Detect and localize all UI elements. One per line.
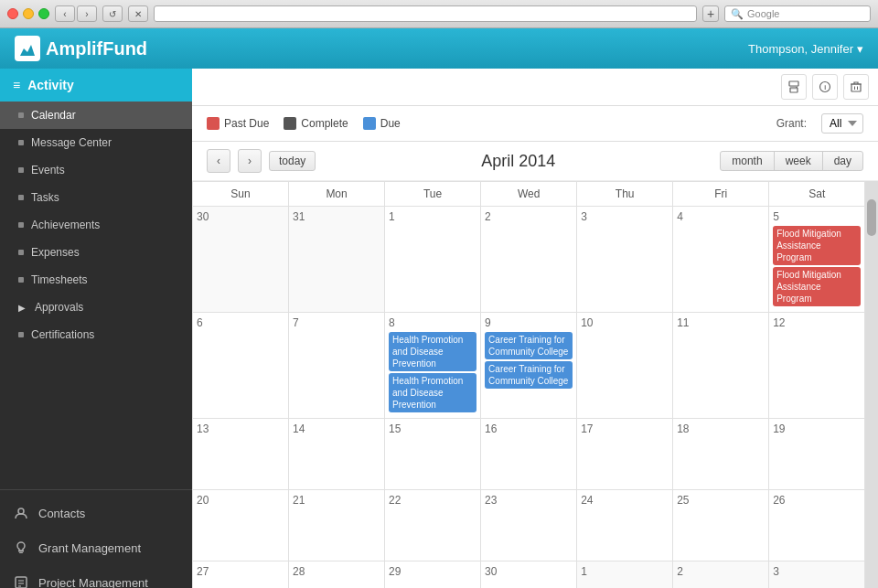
scrollbar[interactable] (865, 181, 878, 588)
item-dot (18, 140, 24, 145)
minimize-button[interactable] (23, 8, 34, 19)
sidebar-item-contacts[interactable]: Contacts (0, 496, 192, 530)
browser-chrome: ‹ › ↺ ✕ + 🔍 Google (0, 0, 878, 28)
sidebar-item-message-center[interactable]: Message Center (0, 129, 192, 156)
cal-cell[interactable]: 7 (289, 313, 385, 419)
cal-cell[interactable]: 1 (577, 561, 673, 589)
new-tab-button[interactable]: + (702, 5, 719, 22)
today-button[interactable]: today (269, 151, 316, 171)
sidebar-item-approvals[interactable]: ▶ Approvals (0, 294, 192, 321)
sidebar-item-certifications[interactable]: Certifications (0, 321, 192, 348)
calendar-event[interactable]: Flood Mitigation Assistance Program (773, 226, 861, 265)
scrollbar-thumb[interactable] (867, 199, 876, 236)
day-header-sun: Sun (193, 182, 289, 207)
cal-cell[interactable]: 25 (673, 490, 769, 561)
cal-cell[interactable]: 11 (673, 313, 769, 419)
cal-cell[interactable]: 31 (289, 207, 385, 313)
sidebar-item-timesheets[interactable]: Timesheets (0, 266, 192, 294)
cal-cell[interactable]: 9 Career Training for Community College … (481, 313, 577, 419)
sidebar-header-label: Activity (27, 78, 74, 92)
grant-label: Grant: (776, 117, 807, 130)
print-button[interactable] (781, 74, 807, 100)
sidebar-item-label: Expenses (31, 246, 80, 259)
calendar-nav: ‹ › today April 2014 month week day (192, 142, 878, 181)
cal-cell[interactable]: 23 (481, 490, 577, 561)
cal-cell[interactable]: 3 (577, 207, 673, 313)
address-bar[interactable] (154, 5, 697, 22)
sidebar-item-achievements[interactable]: Achievements (0, 211, 192, 239)
calendar-event[interactable]: Health Promotion and Disease Prevention (389, 373, 476, 412)
day-view-button[interactable]: day (822, 151, 863, 171)
cal-cell[interactable]: 21 (289, 490, 385, 561)
date-number: 27 (197, 565, 284, 578)
next-month-button[interactable]: › (238, 149, 262, 173)
cal-cell[interactable]: 26 (769, 490, 865, 561)
cal-cell[interactable]: 29 (385, 561, 481, 589)
sidebar-nav-label: Grant Management (38, 541, 141, 555)
cal-cell[interactable]: 14 (289, 419, 385, 490)
cal-cell[interactable]: 5 Flood Mitigation Assistance Program Fl… (769, 207, 865, 313)
sidebar-item-events[interactable]: Events (0, 156, 192, 184)
cal-cell[interactable]: 30 (481, 561, 577, 589)
maximize-button[interactable] (38, 8, 49, 19)
sidebar-item-grant-management[interactable]: Grant Management (0, 530, 192, 565)
svg-point-0 (18, 508, 24, 514)
cal-cell[interactable]: 12 (769, 313, 865, 419)
sidebar-activity-header[interactable]: ≡ Activity (0, 69, 192, 102)
cal-cell[interactable]: 13 (193, 419, 289, 490)
cal-cell[interactable]: 15 (385, 419, 481, 490)
cal-cell[interactable]: 28 (289, 561, 385, 589)
cal-cell[interactable]: 22 (385, 490, 481, 561)
calendar-row: 20 21 22 23 24 25 26 (193, 490, 865, 561)
date-number: 2 (677, 565, 765, 578)
calendar-event[interactable]: Career Training for Community College (485, 361, 573, 389)
sidebar-item-label: Certifications (31, 328, 94, 341)
sidebar-item-project-management[interactable]: Project Management (0, 565, 192, 588)
cal-cell[interactable]: 4 (673, 207, 769, 313)
cal-cell[interactable]: 24 (577, 490, 673, 561)
calendar-event[interactable]: Health Promotion and Disease Prevention (389, 332, 476, 371)
sidebar-item-expenses[interactable]: Expenses (0, 239, 192, 266)
main-area: ≡ Activity Calendar Message Center Event… (0, 69, 878, 588)
calendar-row: 6 7 8 Health Promotion and Disease Preve… (193, 313, 865, 419)
cal-cell[interactable]: 16 (481, 419, 577, 490)
calendar-event[interactable]: Career Training for Community College (485, 332, 573, 359)
cal-cell[interactable]: 6 (193, 313, 289, 419)
cal-cell[interactable]: 3 (769, 561, 865, 589)
delete-button[interactable] (843, 74, 869, 100)
week-view-button[interactable]: week (774, 151, 823, 171)
user-menu[interactable]: Thompson, Jennifer ▾ (748, 42, 863, 56)
cal-cell[interactable]: 19 (769, 419, 865, 490)
cal-cell[interactable]: 8 Health Promotion and Disease Preventio… (385, 313, 481, 419)
sidebar-nav-label: Project Management (38, 576, 148, 589)
cal-cell[interactable]: 1 (385, 207, 481, 313)
calendar-event[interactable]: Flood Mitigation Assistance Program (773, 267, 861, 306)
sidebar-item-label: Approvals (35, 301, 83, 314)
forward-button[interactable]: › (77, 5, 97, 22)
date-number: 31 (293, 210, 380, 223)
svg-rect-18 (851, 84, 861, 91)
sidebar-item-label: Events (31, 164, 65, 176)
due-dot (363, 117, 376, 130)
cal-cell[interactable]: 17 (577, 419, 673, 490)
cal-cell[interactable]: 27 (193, 561, 289, 589)
cal-cell[interactable]: 2 (673, 561, 769, 589)
date-number: 2 (485, 210, 573, 223)
svg-point-15 (796, 87, 798, 89)
date-number: 12 (773, 316, 861, 329)
grant-select[interactable]: All (821, 113, 863, 134)
refresh-button[interactable]: ↺ (102, 5, 123, 22)
cal-cell[interactable]: 2 (481, 207, 577, 313)
stop-button[interactable]: ✕ (128, 5, 148, 22)
info-button[interactable]: i (812, 74, 838, 100)
cal-cell[interactable]: 30 (193, 207, 289, 313)
back-button[interactable]: ‹ (55, 5, 75, 22)
cal-cell[interactable]: 20 (193, 490, 289, 561)
prev-month-button[interactable]: ‹ (207, 149, 230, 173)
sidebar-item-calendar[interactable]: Calendar (0, 102, 192, 129)
sidebar-item-tasks[interactable]: Tasks (0, 184, 192, 211)
cal-cell[interactable]: 10 (577, 313, 673, 419)
cal-cell[interactable]: 18 (673, 419, 769, 490)
close-button[interactable] (7, 8, 18, 19)
month-view-button[interactable]: month (720, 151, 774, 171)
